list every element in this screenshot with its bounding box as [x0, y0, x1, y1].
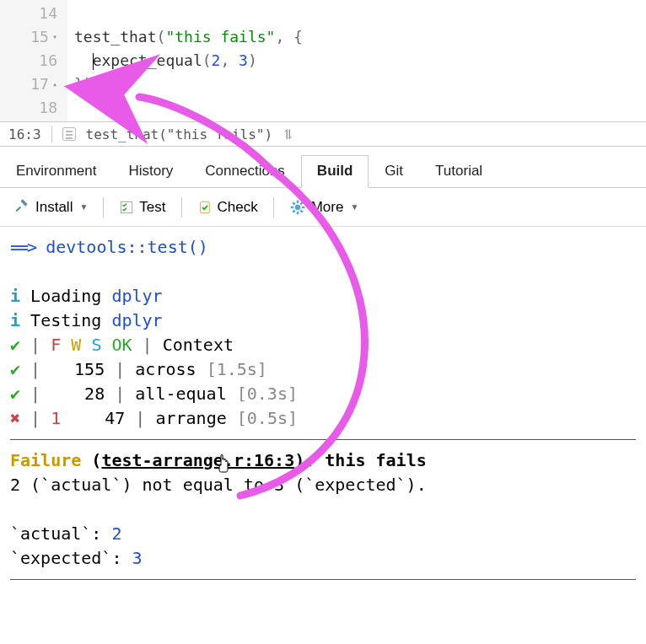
tab-tutorial[interactable]: Tutorial	[419, 155, 498, 187]
tab-git[interactable]: Git	[369, 155, 419, 187]
expected-line: `expected`: 3	[10, 546, 636, 571]
svg-line-8	[300, 210, 303, 212]
divider	[10, 439, 636, 440]
code-line-17: })	[74, 72, 303, 96]
build-console: ==> devtools::test() i Loading dplyr i T…	[0, 227, 646, 597]
svg-line-9	[293, 210, 295, 212]
install-button[interactable]: Install ▼	[7, 193, 94, 221]
pointer-cursor-icon	[214, 453, 231, 479]
more-button[interactable]: More ▼	[283, 196, 366, 219]
line-number: 18	[39, 96, 57, 120]
tab-connections[interactable]: Connections	[189, 155, 301, 187]
caret-down-icon: ▼	[79, 202, 88, 212]
checklist-icon	[119, 200, 134, 215]
tab-environment[interactable]: Environment	[0, 155, 112, 187]
actual-line: `actual`: 2	[10, 522, 636, 546]
divider	[10, 579, 636, 580]
svg-line-7	[293, 202, 295, 205]
result-row: ✖ | 1 47 | arrange [0.5s]	[10, 406, 636, 431]
testing-line: i Testing dplyr	[10, 309, 636, 333]
results-header: ✔ | F W S OK | Context	[10, 333, 636, 357]
svg-rect-0	[121, 201, 133, 213]
nav-updown-icon[interactable]: ⥮	[283, 126, 293, 142]
console-prompt-line: ==> devtools::test()	[10, 235, 636, 260]
code-editor[interactable]: 14 15▾ 16 17▴ 18 test_that("this fails",…	[0, 0, 646, 121]
fold-up-icon[interactable]: ▴	[52, 72, 57, 96]
loading-line: i Loading dplyr	[10, 284, 636, 309]
fold-down-icon[interactable]: ▾	[52, 25, 57, 49]
prompt-arrow-icon: ==>	[10, 237, 35, 257]
breadcrumb[interactable]: test_that("this fails")	[86, 126, 273, 142]
editor-status-bar: 16:3 test_that("this fails") ⥮	[0, 121, 646, 147]
failure-source-link[interactable]: test-arrange.r:16:3	[101, 450, 294, 470]
tab-history[interactable]: History	[112, 155, 189, 187]
failure-heading: Failure (test-arrange.r:16:3): this fail…	[10, 448, 636, 473]
code-line-16: expect_equal(2, 3)	[74, 49, 303, 72]
hammer-icon	[13, 196, 30, 217]
tab-build[interactable]: Build	[301, 155, 369, 188]
failure-detail: 2 (`actual`) not equal to 3 (`expected`)…	[10, 473, 636, 497]
cursor-position: 16:3	[8, 126, 41, 142]
caret-down-icon: ▼	[350, 202, 358, 212]
svg-line-10	[300, 202, 303, 205]
code-line-18	[74, 96, 303, 120]
build-toolbar: Install ▼ Test Check More ▼	[0, 188, 646, 227]
outline-icon	[62, 127, 76, 141]
code-area[interactable]: test_that("this fails", { expect_equal(2…	[67, 0, 310, 121]
clipboard-check-icon	[197, 200, 213, 215]
test-button[interactable]: Test	[112, 196, 172, 219]
check-button[interactable]: Check	[191, 196, 265, 219]
gear-icon	[289, 199, 306, 216]
code-line-15: test_that("this fails", {	[74, 25, 303, 49]
result-row: ✔ | 28 | all-equal [0.3s]	[10, 382, 636, 406]
line-gutter: 14 15▾ 16 17▴ 18	[0, 0, 67, 121]
line-number: 17	[30, 72, 49, 96]
result-row: ✔ | 155 | across [1.5s]	[10, 357, 636, 382]
line-number: 14	[39, 2, 57, 25]
line-number: 16	[39, 49, 57, 72]
pane-tabs: Environment History Connections Build Gi…	[0, 155, 646, 188]
svg-point-2	[294, 204, 300, 210]
line-number: 15	[30, 25, 49, 49]
code-line-14	[74, 2, 303, 25]
command-text: devtools::test()	[46, 237, 208, 257]
